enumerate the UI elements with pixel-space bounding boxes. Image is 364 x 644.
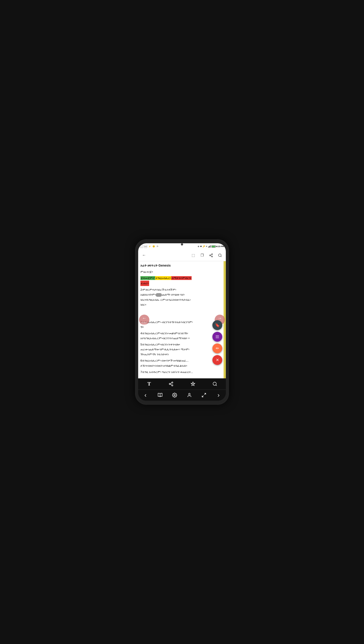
previous-label: previouschapter <box>141 322 147 325</box>
svg-point-15 <box>213 382 216 386</box>
svg-point-5 <box>218 254 221 256</box>
svg-point-11 <box>169 383 170 384</box>
bottom-toolbar-bottom: ‹ <box>138 390 226 401</box>
profile-button[interactable] <box>185 391 194 399</box>
svg-point-18 <box>188 393 190 395</box>
verse1-part4: ፈጠረ፡፡ <box>140 281 149 286</box>
svg-line-4 <box>210 254 212 255</box>
share-bottom-button[interactable] <box>167 380 175 388</box>
svg-line-20 <box>202 396 204 397</box>
status-icon-1: ⬚ <box>140 245 143 248</box>
back-button[interactable]: ← <box>141 252 147 258</box>
verse1-part2: እግዚአብሔር፡ <box>155 276 171 280</box>
verse-2: 2፡ምድርም፡ባዶ፡ነበረች፡አንዳችም፡ አልነበረባትም፡ጨለማ፡ በጥልቁ… <box>140 287 224 307</box>
x-icon: ✕ <box>206 245 208 248</box>
previous-chapter-button[interactable]: ← previouschapter <box>139 314 149 325</box>
top-toolbar: ← ⬚ ❐ <box>138 250 226 261</box>
share-button[interactable] <box>208 252 214 258</box>
emoji-icon: 🙂 <box>152 245 155 248</box>
signal-bars <box>208 245 210 248</box>
time-display: 6:23 PM <box>216 245 224 248</box>
bottom-toolbar-top: T <box>138 378 226 390</box>
svg-line-3 <box>210 256 212 256</box>
svg-line-6 <box>221 256 221 257</box>
settings-button[interactable] <box>170 391 179 399</box>
bluetooth-icon: ✱ <box>200 245 202 248</box>
verse-1: ፩፡በመጀምሮእግዚአብሔር፡ሰማይንና፡ምድርን፡ ፈጠረ፡፡ <box>140 276 224 286</box>
svg-rect-9 <box>216 338 219 338</box>
svg-point-1 <box>210 255 210 256</box>
search-bottom-button[interactable] <box>211 380 219 388</box>
phone-device: ⬚ </> ⚡ 🙂 🏳 ⊕ ✱ 🔑 ✕ <box>135 239 229 405</box>
status-icon-2: </> <box>144 245 147 248</box>
left-arrow-icon: ← <box>142 314 146 322</box>
verse-3: 3፡እግዚአብሔርም፡-ብርሃን፡ይኹን፡አለ፡፤ብርሃንም፡ኾ፡፡ <box>140 320 224 330</box>
svg-point-10 <box>172 382 173 383</box>
verse-6: 6፡እግዚአብሔርም፡-በውሃዎች፡መካከል፡ጠፈ... ይኹን፡ብዉሃ፡ናብዉ… <box>140 358 224 368</box>
verse1-part1: ፩፡በመጀምሮ <box>140 276 155 280</box>
verse-4: 4፡እግዚአብሔርም፡ብርሃኑ፡መልካም፡እንደ፡ኾነ፡ አየ፡እግዚአብሔርም… <box>140 331 224 341</box>
list-fab-button[interactable] <box>212 332 222 342</box>
svg-point-12 <box>172 384 173 386</box>
svg-line-13 <box>170 384 172 385</box>
fullscreen-button[interactable] <box>200 391 208 399</box>
svg-point-17 <box>174 395 176 396</box>
svg-rect-7 <box>216 336 219 336</box>
nav-back-button[interactable]: ‹ <box>142 391 150 399</box>
verse1-part3: ሰማይንና፡ምድርን፡ <box>171 276 192 280</box>
camera <box>181 243 183 246</box>
verse-5: 5፡እግዚአብሔርም፡ብርሃኑን፡ቀን፡ብሎ፡ ጠራው፡ጨለማውንም፡ሌሊት፡አ… <box>140 342 224 357</box>
toolbar-left: ← <box>141 252 147 258</box>
flag-icon: 🏳 <box>156 245 159 248</box>
svg-line-19 <box>204 393 206 395</box>
library-button[interactable] <box>156 391 164 399</box>
svg-line-14 <box>170 383 172 384</box>
gps-icon: ⊕ <box>198 245 200 248</box>
status-left-icons: ⬚ </> ⚡ 🙂 🏳 <box>140 245 159 248</box>
svg-line-16 <box>216 385 217 386</box>
status-right-icons: ⊕ ✱ 🔑 ✕ 6:23 PM <box>198 245 224 248</box>
content-area: አሬት ዘፍጥረት Genesis ምዕራፍ፡፩፡፡ ፩፡በመጀምሮእግዚአብሔ… <box>138 261 226 378</box>
phone-screen: ⬚ </> ⚡ 🙂 🏳 ⊕ ✱ 🔑 ✕ <box>138 243 226 401</box>
highlight-button[interactable] <box>189 380 197 388</box>
battery-icon <box>211 245 216 248</box>
copy-button[interactable]: ❐ <box>199 252 205 258</box>
usb-icon: ⚡ <box>148 245 151 248</box>
toolbar-right: ⬚ ❐ <box>190 252 223 258</box>
close-fab-button[interactable]: ✕ <box>212 355 222 365</box>
nav-forward-button[interactable]: › <box>214 391 222 399</box>
edit-fab-button[interactable]: ✏ <box>212 344 222 353</box>
select-button[interactable]: ⬚ <box>190 252 196 258</box>
chapter-label: ምዕራፍ፡፩፡፡ <box>140 270 224 274</box>
text-format-button[interactable]: T <box>145 380 153 388</box>
svg-rect-8 <box>216 336 219 337</box>
svg-point-0 <box>212 254 213 255</box>
bookmark-fab-button[interactable]: 🔖 <box>212 320 222 330</box>
svg-point-2 <box>212 256 213 257</box>
search-button[interactable] <box>217 252 223 258</box>
book-title: አሬት ዘፍጥረት Genesis <box>140 263 224 268</box>
verse-7: 7፡እግዚ አብዱርም፡ ጣፈርን፡ አዩ/ሩን፡ ወጠፈርቦ... <box>140 370 224 374</box>
key-icon: 🔑 <box>202 245 205 248</box>
fab-container: 🔖 ✏ ✕ <box>212 320 222 365</box>
bottom-toolbar: T ‹ <box>138 378 226 401</box>
